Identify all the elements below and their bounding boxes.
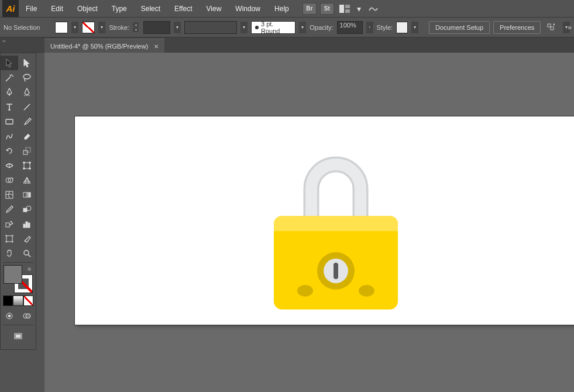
padlock-artwork[interactable]: [274, 152, 398, 310]
column-graph-tool[interactable]: [18, 216, 36, 231]
style-dropdown[interactable]: ▾: [411, 22, 418, 33]
fill-dropdown[interactable]: ▾: [71, 22, 78, 33]
menu-select[interactable]: Select: [134, 0, 167, 17]
eyedropper-tool[interactable]: [1, 202, 18, 216]
stroke-weight-input[interactable]: [143, 21, 170, 34]
magic-wand-tool[interactable]: [1, 70, 18, 85]
menu-window[interactable]: Window: [228, 0, 267, 17]
svg-rect-0: [339, 5, 344, 13]
document-tab[interactable]: Untitled-4* @ 50% (RGB/Preview) ✕: [44, 39, 164, 53]
opacity-input[interactable]: 100%: [337, 21, 363, 34]
menu-help[interactable]: Help: [267, 0, 296, 17]
svg-rect-16: [6, 191, 13, 198]
style-swatch[interactable]: [396, 22, 408, 33]
app-logo[interactable]: Ai: [2, 0, 19, 17]
shaper-tool[interactable]: [1, 129, 18, 143]
svg-rect-20: [6, 223, 9, 227]
control-bar: No Selection ▾ ▾ Stroke: ▴▾ ▾ ▾ 3 pt. Ro…: [0, 17, 574, 37]
menu-effect[interactable]: Effect: [167, 0, 199, 17]
svg-point-5: [23, 74, 30, 79]
type-tool[interactable]: [1, 99, 18, 114]
opacity-dropdown[interactable]: ›: [366, 22, 373, 33]
curvature-tool[interactable]: [18, 85, 36, 99]
color-mode-gradient[interactable]: [13, 295, 23, 306]
free-transform-tool[interactable]: [18, 158, 36, 173]
menu-edit[interactable]: Edit: [44, 0, 70, 17]
direct-selection-tool[interactable]: [18, 56, 36, 70]
svg-rect-27: [6, 236, 12, 242]
svg-rect-6: [6, 119, 13, 124]
screen-mode-icon[interactable]: [11, 329, 25, 343]
svg-point-21: [11, 221, 12, 222]
svg-point-12: [23, 167, 25, 169]
stroke-weight-stepper[interactable]: ▴▾: [133, 22, 139, 32]
symbol-sprayer-tool[interactable]: [1, 216, 18, 231]
lasso-tool[interactable]: [18, 70, 36, 85]
svg-point-22: [12, 223, 13, 224]
fill-swatch[interactable]: [55, 22, 68, 33]
svg-rect-8: [26, 147, 30, 152]
zoom-tool[interactable]: [18, 246, 36, 260]
perspective-grid-tool[interactable]: [18, 173, 36, 187]
artboard[interactable]: [75, 116, 574, 325]
rotate-tool[interactable]: [1, 143, 18, 158]
document-setup-button[interactable]: Document Setup: [429, 21, 490, 34]
menu-type[interactable]: Type: [105, 0, 134, 17]
brush-definition[interactable]: 3 pt. Round: [251, 21, 295, 34]
gpu-icon[interactable]: [368, 5, 379, 13]
svg-point-11: [29, 161, 31, 163]
pen-tool[interactable]: [1, 85, 18, 99]
gradient-tool[interactable]: [18, 187, 36, 202]
variable-width-dropdown[interactable]: ▾: [240, 22, 248, 33]
color-mode-solid[interactable]: [3, 295, 13, 306]
color-mode-none[interactable]: [23, 295, 33, 306]
menu-view[interactable]: View: [200, 0, 229, 17]
stroke-swatch[interactable]: [82, 22, 95, 33]
align-icon[interactable]: [546, 23, 556, 32]
svg-rect-25: [26, 222, 28, 228]
close-icon[interactable]: ✕: [154, 43, 159, 50]
eraser-tool[interactable]: [18, 129, 36, 143]
width-tool[interactable]: [1, 158, 18, 173]
svg-rect-3: [548, 24, 551, 27]
document-tab-bar: Untitled-4* @ 50% (RGB/Preview) ✕: [0, 37, 574, 53]
chevron-down-icon[interactable]: ▾: [357, 4, 361, 13]
line-segment-tool[interactable]: [18, 99, 36, 114]
stroke-dropdown[interactable]: ▾: [98, 22, 105, 33]
svg-rect-34: [16, 335, 20, 338]
menu-object[interactable]: Object: [70, 0, 105, 17]
svg-rect-1: [345, 5, 350, 8]
svg-point-13: [29, 167, 31, 169]
canvas-area[interactable]: [44, 53, 574, 392]
preferences-button[interactable]: Preferences: [493, 21, 541, 34]
svg-point-23: [10, 224, 11, 225]
swap-fill-stroke-icon[interactable]: ⤭: [27, 266, 32, 272]
stock-button[interactable]: St: [320, 3, 334, 15]
toolbox: ⤭: [0, 53, 36, 350]
rectangle-tool[interactable]: [1, 114, 18, 129]
arrange-documents-icon[interactable]: [339, 5, 350, 13]
stroke-weight-dropdown[interactable]: ▾: [174, 22, 181, 33]
fill-color[interactable]: [4, 265, 22, 284]
menu-file[interactable]: File: [19, 0, 44, 17]
svg-point-28: [24, 250, 29, 255]
mesh-tool[interactable]: [1, 187, 18, 202]
panel-collapse-icon[interactable]: »: [568, 23, 572, 32]
paintbrush-tool[interactable]: [18, 114, 36, 129]
lock-body: [274, 216, 398, 310]
blend-tool[interactable]: [18, 202, 36, 216]
draw-behind-icon[interactable]: [18, 308, 36, 323]
scale-tool[interactable]: [18, 143, 36, 158]
brush-dropdown[interactable]: ▾: [299, 22, 306, 33]
variable-width-profile[interactable]: [184, 21, 237, 34]
hand-tool[interactable]: [1, 246, 18, 260]
fill-stroke-control[interactable]: ⤭: [4, 265, 33, 293]
style-label: Style:: [377, 24, 393, 31]
toolbox-collapse[interactable]: ‹‹: [0, 37, 8, 44]
bridge-button[interactable]: Br: [303, 3, 317, 15]
draw-normal-icon[interactable]: [1, 308, 18, 323]
artboard-tool[interactable]: [1, 231, 18, 246]
slice-tool[interactable]: [18, 231, 36, 246]
shape-builder-tool[interactable]: [1, 173, 18, 187]
selection-tool[interactable]: [1, 56, 18, 70]
